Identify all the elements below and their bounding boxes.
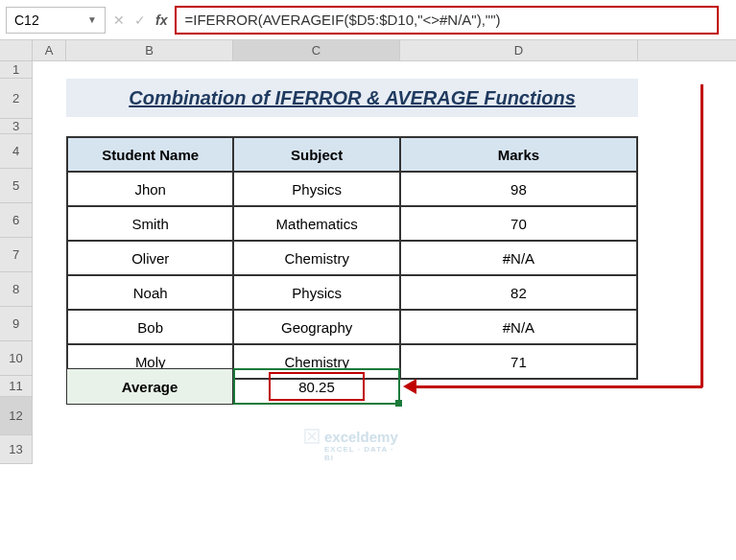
table-header-name[interactable]: Student Name	[67, 137, 233, 172]
cell-d8[interactable]: 82	[400, 275, 637, 310]
table-row: Smith Mathematics 70	[67, 206, 637, 241]
table-header-marks[interactable]: Marks	[400, 137, 637, 172]
annotation-arrow-vertical	[700, 84, 703, 387]
row-header-12[interactable]: 12	[0, 397, 33, 435]
cell-d7[interactable]: #N/A	[400, 241, 637, 275]
name-box[interactable]: C12 ▼	[6, 7, 106, 34]
cell-b9[interactable]: Bob	[67, 310, 233, 344]
cell-c5[interactable]: Physics	[233, 172, 399, 206]
row-header-6[interactable]: 6	[0, 203, 33, 238]
watermark: exceldemy EXCEL · DATA · BI	[303, 428, 398, 445]
cell-c7[interactable]: Chemistry	[233, 241, 399, 275]
row-header-8[interactable]: 8	[0, 272, 33, 307]
fx-icon[interactable]: fx	[155, 12, 167, 28]
cell-d5[interactable]: 98	[400, 172, 637, 206]
row-header-1[interactable]: 1	[0, 61, 33, 79]
formula-bar-input[interactable]: =IFERROR(AVERAGEIF($D5:$D10,"<>#N/A"),""…	[175, 6, 719, 35]
formula-bar-row: C12 ▼ ✕ ✓ fx =IFERROR(AVERAGEIF($D5:$D10…	[0, 0, 736, 40]
row-header-5[interactable]: 5	[0, 169, 33, 203]
cell-d10[interactable]: 71	[400, 344, 637, 379]
cell-b5[interactable]: Jhon	[67, 172, 233, 206]
name-box-dropdown-icon[interactable]: ▼	[87, 14, 97, 25]
row-header-7[interactable]: 7	[0, 238, 33, 272]
spreadsheet-grid: A B C D 1 2 3 4 5 6 7 8 9 10 11 12 13 Co…	[0, 40, 736, 464]
row-header-4[interactable]: 4	[0, 134, 33, 169]
table-row: Bob Geography #N/A	[67, 310, 637, 344]
row-header-3[interactable]: 3	[0, 119, 33, 134]
watermark-sub: EXCEL · DATA · BI	[324, 445, 398, 462]
watermark-text: exceldemy	[324, 429, 398, 445]
confirm-icon[interactable]: ✓	[134, 12, 146, 28]
page-title: Combination of IFERROR & AVERAGE Functio…	[66, 79, 638, 117]
cell-c6[interactable]: Mathematics	[233, 206, 399, 241]
watermark-logo-icon	[303, 428, 321, 445]
col-header-d[interactable]: D	[400, 40, 638, 60]
cell-b8[interactable]: Noah	[67, 275, 233, 310]
row-header-13[interactable]: 13	[0, 435, 33, 464]
cancel-icon[interactable]: ✕	[113, 12, 125, 28]
table-header-subject[interactable]: Subject	[233, 137, 399, 172]
column-headers: A B C D	[0, 40, 736, 61]
cell-b7[interactable]: Oliver	[67, 241, 233, 275]
row-header-11[interactable]: 11	[0, 376, 33, 397]
average-label[interactable]: Average	[66, 368, 233, 405]
row-header-2[interactable]: 2	[0, 79, 33, 119]
col-header-c[interactable]: C	[233, 40, 400, 60]
table-row: Noah Physics 82	[67, 275, 637, 310]
average-row: Average 80.25	[66, 368, 400, 405]
row-header-10[interactable]: 10	[0, 341, 33, 376]
row-header-9[interactable]: 9	[0, 307, 33, 341]
col-header-b[interactable]: B	[66, 40, 233, 60]
formula-text: =IFERROR(AVERAGEIF($D5:$D10,"<>#N/A"),""…	[184, 12, 500, 28]
col-header-a[interactable]: A	[33, 40, 66, 60]
cell-d9[interactable]: #N/A	[400, 310, 637, 344]
select-all-corner[interactable]	[0, 40, 33, 60]
cell-d6[interactable]: 70	[400, 206, 637, 241]
table-row: Jhon Physics 98	[67, 172, 637, 206]
table-row: Oliver Chemistry #N/A	[67, 241, 637, 275]
formula-icons: ✕ ✓ fx	[113, 12, 167, 28]
name-box-value: C12	[14, 12, 39, 28]
cell-b6[interactable]: Smith	[67, 206, 233, 241]
cell-c8[interactable]: Physics	[233, 275, 399, 310]
average-value: 80.25	[298, 379, 335, 395]
cell-c9[interactable]: Geography	[233, 310, 399, 344]
average-value-cell[interactable]: 80.25	[233, 368, 400, 405]
data-table: Student Name Subject Marks Jhon Physics …	[66, 136, 638, 380]
annotation-arrow-horizontal	[413, 385, 702, 388]
annotation-arrow-head-icon	[403, 379, 416, 394]
